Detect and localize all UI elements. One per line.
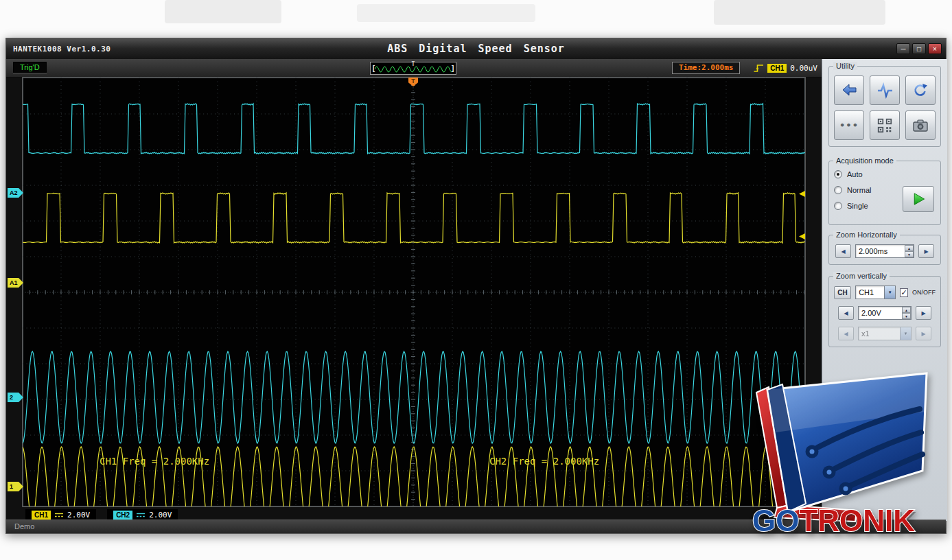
trigger-source-badge: CH1: [767, 64, 787, 73]
channel-select[interactable]: CH1 ▼: [855, 285, 896, 299]
volts-increase-button[interactable]: ▶: [916, 306, 931, 320]
trigger-level-value: 0.00uV: [790, 64, 817, 73]
trigger-edge-icon: [753, 63, 764, 73]
timebase-readout: Time:2.000ms: [672, 62, 740, 74]
utility-group-title: Utility: [833, 62, 857, 70]
minimize-icon: ─: [901, 45, 905, 53]
ch1-label-badge: CH1: [32, 511, 51, 520]
control-panel: Utility: [822, 59, 947, 521]
dc-coupling-icon: [54, 512, 64, 518]
back-arrow-icon: [840, 82, 858, 99]
maximize-button[interactable]: □: [912, 43, 926, 54]
timebase-spinner-down[interactable]: ▼: [905, 251, 914, 257]
ch2-scale-badge: CH2 2.00V: [107, 509, 178, 520]
volts-select[interactable]: 2.00V ▲ ▼: [858, 306, 912, 320]
close-button[interactable]: ×: [928, 43, 942, 54]
chevron-down-icon: ▼: [888, 290, 892, 294]
channel-marker-a2[interactable]: A2: [8, 188, 23, 198]
onoff-checkbox[interactable]: ✓: [900, 288, 908, 297]
back-button[interactable]: [834, 75, 864, 105]
app-version-label: HANTEK1008 Ver1.0.30: [13, 45, 111, 54]
volts-decrease-button[interactable]: ◀: [838, 306, 854, 320]
titlebar: HANTEK1008 Ver1.0.30 ABS Digital Speed S…: [6, 38, 946, 59]
refresh-button[interactable]: [905, 75, 936, 105]
minimize-button[interactable]: ─: [896, 43, 910, 54]
zoom-vertical-title: Zoom vertically: [833, 272, 890, 280]
qr-code-icon: [876, 117, 893, 134]
ch1-frequency-label: CH1 Freq = 2.000KHz: [100, 456, 209, 467]
zoom-vertical-group: Zoom vertically CH CH1 ▼ ✓ ON/OFF ◀ 2.00…: [828, 276, 941, 347]
radio-button-icon: [834, 170, 842, 178]
scope-grid: [23, 78, 805, 506]
timebase-increase-button[interactable]: ▶: [918, 244, 934, 258]
ch1-volts-per-div: 2.00V: [67, 511, 90, 520]
down-arrow-icon: ▼: [907, 253, 911, 257]
ch2-volts-per-div: 2.00V: [149, 511, 172, 520]
refresh-icon: [912, 82, 929, 99]
left-arrow-icon: ◀: [844, 331, 848, 337]
right-arrow-icon: ▶: [921, 310, 925, 316]
radio-normal-label: Normal: [847, 186, 871, 194]
window-title: ABS Digital Speed Sensor: [6, 43, 946, 55]
volts-spinner-up[interactable]: ▲: [902, 307, 911, 313]
more-options-button[interactable]: •••: [834, 110, 864, 140]
ch2-label-badge: CH2: [113, 511, 132, 520]
top-status-bar: Trig'D [ T ] Time:2.000ms CH1 0.00uV: [6, 59, 822, 78]
timebase-select[interactable]: 2.000ms ▲ ▼: [855, 244, 914, 258]
channel-marker-2[interactable]: 2: [8, 393, 23, 402]
scope-canvas: [23, 78, 805, 506]
camera-icon: [912, 117, 929, 134]
left-arrow-icon: ◀: [841, 248, 845, 255]
timebase-spinner-up[interactable]: ▲: [905, 245, 914, 251]
radio-auto[interactable]: Auto: [834, 170, 936, 178]
utility-group: Utility: [828, 66, 941, 147]
run-button[interactable]: [903, 186, 934, 212]
acquisition-mode-group: Acquisition mode Auto Normal Single: [828, 161, 941, 225]
screenshot-button[interactable]: [905, 110, 936, 140]
multiplier-increase-button: ▶: [916, 327, 931, 340]
onoff-label: ON/OFF: [912, 289, 936, 296]
ellipsis-icon: •••: [839, 120, 859, 130]
play-icon: [910, 191, 927, 207]
demo-mode-label: Demo: [14, 522, 34, 530]
pulse-icon: [876, 82, 894, 99]
trigger-readout: CH1 0.00uV: [753, 62, 817, 74]
down-arrow-icon: ▼: [905, 314, 908, 318]
channel-button[interactable]: CH: [834, 286, 851, 299]
channel-marker-1[interactable]: 1: [8, 482, 23, 491]
trigger-status-badge: Trig'D: [13, 62, 47, 73]
status-bar: Demo: [6, 520, 946, 533]
app-window: HANTEK1008 Ver1.0.30 ABS Digital Speed S…: [5, 38, 947, 534]
timebase-decrease-button[interactable]: ◀: [835, 244, 851, 258]
channel-dropdown-button[interactable]: ▼: [884, 286, 895, 299]
multiplier-value: x1: [859, 329, 900, 338]
chevron-down-icon: ▼: [904, 331, 908, 336]
dc-coupling-icon: [136, 512, 146, 518]
horizontal-position-preview[interactable]: [ T ]: [370, 62, 456, 75]
radio-single-label: Single: [847, 202, 868, 210]
maximize-icon: □: [917, 45, 921, 53]
multiplier-dropdown-button: ▼: [900, 327, 911, 340]
up-arrow-icon: ▲: [905, 308, 908, 312]
scope-area: T T CH1 Freq = 2.000KHz CH2 Freq = 2.000…: [6, 78, 822, 521]
waveform-button[interactable]: [870, 75, 900, 105]
acquisition-group-title: Acquisition mode: [833, 156, 896, 165]
channel-marker-a1[interactable]: A1: [8, 278, 23, 288]
ch1-scale-badge: CH1 2.00V: [25, 509, 96, 520]
right-arrow-icon: ▶: [921, 331, 925, 337]
volts-value: 2.00V: [859, 309, 902, 317]
desktop-background: [165, 0, 281, 23]
timebase-value: 2.000ms: [856, 247, 905, 255]
radio-button-icon: [834, 186, 842, 194]
radio-auto-label: Auto: [847, 170, 863, 178]
multiplier-select: x1 ▼: [858, 327, 912, 340]
scope-display: T T CH1 Freq = 2.000KHz CH2 Freq = 2.000…: [23, 78, 805, 506]
right-arrow-icon: ▶: [924, 248, 928, 255]
zoom-horizontal-title: Zoom Horizontally: [833, 231, 900, 239]
channel-select-value: CH1: [856, 288, 884, 296]
qr-code-button[interactable]: [870, 110, 900, 140]
preview-trigger-marker: T: [412, 61, 415, 67]
zoom-horizontal-group: Zoom Horizontally ◀ 2.000ms ▲ ▼ ▶: [828, 235, 941, 265]
preview-right-bracket-icon: ]: [450, 64, 455, 73]
volts-spinner-down[interactable]: ▼: [902, 313, 911, 319]
